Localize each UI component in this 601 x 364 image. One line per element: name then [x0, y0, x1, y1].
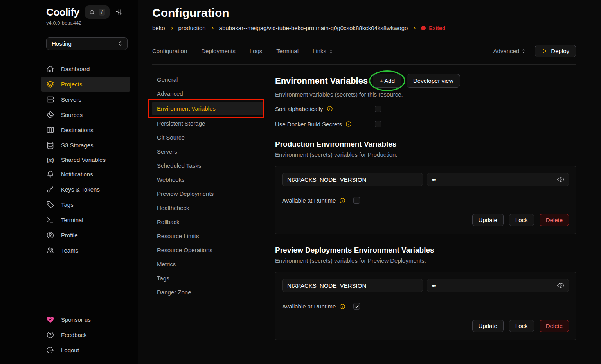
- sidebar-item-dashboard[interactable]: Dashboard: [41, 61, 130, 77]
- subnav-advanced[interactable]: Advanced: [152, 88, 263, 99]
- eye-icon[interactable]: [557, 176, 565, 183]
- delete-button[interactable]: Delete: [540, 214, 569, 226]
- sidebar-item-destinations[interactable]: Destinations: [41, 122, 130, 138]
- env-value-input[interactable]: [427, 173, 569, 186]
- breadcrumb-environment[interactable]: production: [178, 25, 206, 31]
- subnav-danger-zone[interactable]: Danger Zone: [152, 287, 263, 298]
- sidebar-item-keys-tokens[interactable]: Keys & Tokens: [41, 182, 130, 197]
- developer-view-button[interactable]: Developer view: [407, 74, 460, 88]
- subnav-scheduled-tasks[interactable]: Scheduled Tasks: [152, 160, 263, 171]
- subnav-tags[interactable]: Tags: [152, 273, 263, 284]
- sidebar-nav: Dashboard Projects Servers Sources Desti…: [46, 61, 134, 258]
- chevron-right-icon: [210, 26, 215, 30]
- sidebar-item-notifications[interactable]: Notifications: [41, 167, 130, 182]
- subnav-resource-limits[interactable]: Resource Limits: [152, 230, 263, 242]
- app-version: v4.0.0-beta.442: [46, 20, 134, 26]
- layers-icon: [46, 80, 54, 88]
- sidebar-item-logout[interactable]: Logout: [41, 342, 130, 358]
- sidebar-item-terminal[interactable]: Terminal: [41, 212, 130, 228]
- breadcrumb-resource[interactable]: abubakar--meigag/vid-tube-beko-pro:main-…: [219, 25, 408, 31]
- sidebar-item-feedback[interactable]: Feedback: [41, 327, 130, 342]
- status-label: Exited: [429, 25, 445, 31]
- house-icon: [46, 65, 54, 73]
- status-dot-icon: [421, 26, 426, 30]
- chevron-up-down-icon: [521, 48, 526, 54]
- logout-icon: [46, 346, 54, 354]
- add-env-var-button[interactable]: + Add: [373, 74, 401, 88]
- sort-alphabetically-label: Sort alphabetically: [275, 106, 323, 112]
- info-icon[interactable]: [345, 121, 352, 127]
- docker-build-secrets-label: Use Docker Build Secrets: [275, 121, 342, 127]
- server-icon: [46, 95, 54, 104]
- sidebar-item-sources[interactable]: Sources: [41, 107, 130, 122]
- lock-button[interactable]: Lock: [509, 320, 534, 332]
- subnav-general[interactable]: General: [152, 74, 263, 85]
- env-key-input[interactable]: [282, 173, 423, 186]
- terminal-icon: [46, 216, 54, 224]
- production-section-title: Production Environment Variables: [275, 140, 576, 149]
- tab-logs[interactable]: Logs: [250, 48, 263, 54]
- lock-button[interactable]: Lock: [509, 214, 534, 226]
- subnav-rollback[interactable]: Rollback: [152, 216, 263, 228]
- subnav-git-source[interactable]: Git Source: [152, 132, 263, 143]
- available-at-runtime-checkbox[interactable]: [353, 303, 360, 310]
- preview-section-title: Preview Deployments Environment Variable…: [275, 246, 576, 255]
- deploy-button[interactable]: Deploy: [535, 45, 576, 57]
- eye-icon[interactable]: [557, 282, 565, 289]
- sidebar-item-projects[interactable]: Projects: [41, 77, 130, 92]
- available-at-runtime-checkbox[interactable]: [353, 197, 360, 204]
- tab-configuration[interactable]: Configuration: [152, 48, 187, 54]
- search-shortcut-key: /: [99, 9, 105, 16]
- sidebar-item-tags[interactable]: Tags: [41, 197, 130, 212]
- sidebar-item-servers[interactable]: Servers: [41, 92, 130, 107]
- app-logo[interactable]: Coolify: [46, 6, 79, 18]
- tab-terminal[interactable]: Terminal: [276, 48, 299, 54]
- sidebar: Coolify / v4.0.0-beta.442 Hosting Dashbo…: [0, 0, 138, 364]
- tag-icon: [46, 201, 54, 209]
- settings-sliders-icon[interactable]: [115, 9, 122, 16]
- subnav-healthcheck[interactable]: Healthcheck: [152, 202, 263, 213]
- env-key-input[interactable]: [282, 279, 423, 292]
- subnav-webhooks[interactable]: Webhooks: [152, 174, 263, 185]
- subnav-resource-operations[interactable]: Resource Operations: [152, 244, 263, 256]
- sidebar-item-teams[interactable]: Teams: [41, 243, 130, 258]
- search-button[interactable]: /: [85, 5, 110, 19]
- status-badge: Exited: [421, 25, 445, 31]
- chevron-up-down-icon: [117, 41, 123, 47]
- sidebar-item-sponsor[interactable]: Sponsor us: [41, 312, 130, 327]
- update-button[interactable]: Update: [472, 214, 504, 226]
- subnav-preview-deployments[interactable]: Preview Deployments: [152, 188, 263, 199]
- sidebar-item-shared-variables[interactable]: (x) Shared Variables: [41, 153, 130, 167]
- sidebar-item-s3-storages[interactable]: S3 Storages: [41, 138, 130, 153]
- info-icon[interactable]: [339, 303, 345, 310]
- env-value-input[interactable]: [427, 279, 569, 292]
- sidebar-item-profile[interactable]: Profile: [41, 228, 130, 243]
- heart-icon: [46, 316, 54, 324]
- update-button[interactable]: Update: [472, 320, 504, 332]
- variable-icon: (x): [46, 156, 54, 163]
- info-icon[interactable]: [327, 106, 333, 112]
- page-title: Configuration: [152, 6, 576, 20]
- env-var-card-preview: Available at Runtime Update Lock Delete: [275, 272, 576, 340]
- tab-deployments[interactable]: Deployments: [201, 48, 236, 54]
- breadcrumb: beko production abubakar--meigag/vid-tub…: [152, 25, 576, 31]
- env-vars-panel: Environment Variables + Add Developer vi…: [275, 74, 576, 340]
- docker-build-secrets-checkbox[interactable]: [375, 121, 381, 127]
- users-icon: [46, 246, 54, 255]
- sort-alphabetically-checkbox[interactable]: [375, 106, 381, 112]
- tab-links[interactable]: Links: [313, 48, 334, 54]
- info-icon[interactable]: [339, 197, 345, 204]
- production-section-description: Environment (secrets) variables for Prod…: [275, 151, 576, 158]
- subnav-persistent-storage[interactable]: Persistent Storage: [152, 118, 263, 129]
- docker-build-secrets-row: Use Docker Build Secrets: [275, 120, 576, 128]
- subnav-servers[interactable]: Servers: [152, 146, 263, 157]
- subnav-metrics[interactable]: Metrics: [152, 258, 263, 270]
- panel-title: Environment Variables: [275, 76, 368, 86]
- delete-button[interactable]: Delete: [540, 320, 569, 332]
- user-circle-icon: [46, 231, 54, 239]
- breadcrumb-project[interactable]: beko: [152, 25, 165, 31]
- advanced-dropdown[interactable]: Advanced: [493, 48, 527, 54]
- subnav-environment-variables[interactable]: Environment Variables: [152, 102, 263, 115]
- team-selector[interactable]: Hosting: [46, 37, 128, 50]
- team-selector-value: Hosting: [52, 40, 72, 47]
